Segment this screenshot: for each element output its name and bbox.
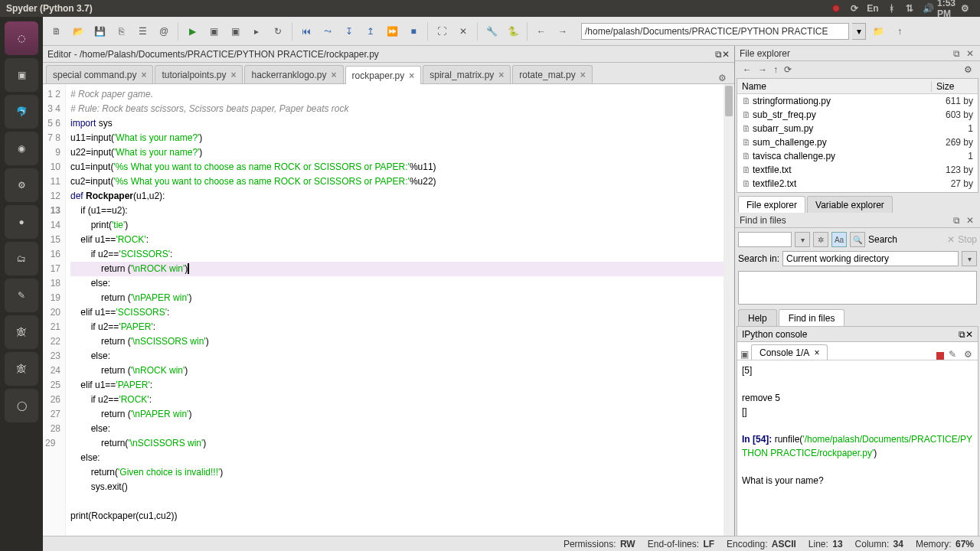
- tab-spiral-matrix[interactable]: spiral_matrix.py×: [423, 65, 511, 83]
- spyder-icon[interactable]: 🕸: [5, 315, 38, 349]
- tab-file-explorer[interactable]: File explorer: [738, 196, 805, 213]
- new-file-icon[interactable]: 🗎: [47, 22, 66, 41]
- code-text[interactable]: # Rock paper game. # Rule: Rock beats sc…: [66, 84, 734, 551]
- pane-undock-icon[interactable]: ⧉: [959, 329, 965, 340]
- nav-refresh-icon[interactable]: ⟳: [784, 64, 792, 75]
- close-icon[interactable]: ×: [814, 347, 819, 358]
- tab-help[interactable]: Help: [738, 309, 777, 326]
- console-clear-icon[interactable]: ✎: [949, 349, 959, 360]
- text-editor-icon[interactable]: ✎: [5, 279, 38, 312]
- list-icon[interactable]: ☰: [133, 22, 152, 41]
- search-dropdown-icon[interactable]: ▾: [795, 232, 810, 247]
- pane-close-icon[interactable]: ✕: [965, 215, 975, 226]
- console-new-tab-icon[interactable]: ▣: [740, 349, 751, 360]
- search-scope-dropdown-icon[interactable]: ▾: [962, 251, 977, 266]
- record-icon[interactable]: [829, 3, 843, 14]
- terminal-icon[interactable]: ▣: [5, 58, 38, 92]
- ubuntu-dash-icon[interactable]: ◌: [5, 21, 38, 55]
- run-icon[interactable]: ▶: [183, 22, 201, 41]
- system-settings-icon[interactable]: ⚙: [5, 168, 38, 202]
- run-cell-advance-icon[interactable]: ▣: [226, 22, 244, 41]
- tab-rotate-mat[interactable]: rotate_mat.py×: [512, 65, 592, 83]
- language-indicator[interactable]: En: [866, 3, 880, 14]
- file-row[interactable]: 🗎sum_challenge.py269 by: [737, 135, 978, 149]
- file-row[interactable]: 🗎tavisca challenge.py1: [737, 149, 978, 163]
- tab-variable-explorer[interactable]: Variable explorer: [807, 196, 893, 213]
- tab-find-in-files[interactable]: Find in files: [779, 309, 845, 326]
- at-icon[interactable]: @: [155, 22, 173, 41]
- debug-step-out-icon[interactable]: ↥: [361, 22, 380, 41]
- tabs-options-icon[interactable]: ⚙: [714, 73, 731, 83]
- rerun-icon[interactable]: ↻: [269, 22, 287, 41]
- search-magnify-icon[interactable]: 🔍: [850, 232, 865, 247]
- preferences-icon[interactable]: 🔧: [482, 22, 501, 41]
- maximize-icon[interactable]: ⛶: [433, 22, 451, 41]
- save-icon[interactable]: 💾: [90, 22, 109, 41]
- app-icon[interactable]: ◯: [5, 389, 38, 422]
- regex-icon[interactable]: ✲: [813, 232, 828, 247]
- nav-up-icon[interactable]: ↑: [773, 64, 778, 75]
- code-editor[interactable]: 1 2 3 4 5 6 7 8 9 10 11 12 13 14 15 16 1…: [43, 84, 734, 551]
- network-icon[interactable]: ⇅: [903, 3, 916, 14]
- close-icon[interactable]: ×: [580, 70, 586, 80]
- files-icon[interactable]: 🗂: [5, 242, 38, 276]
- nav-options-icon[interactable]: ⚙: [964, 64, 972, 75]
- debug-step-first-icon[interactable]: ⏮: [297, 22, 315, 41]
- pane-close-icon[interactable]: ✕: [722, 49, 730, 60]
- console-tab[interactable]: Console 1/A×: [751, 344, 828, 360]
- console-stop-icon[interactable]: [936, 352, 944, 360]
- debug-step-into-icon[interactable]: ↧: [340, 22, 358, 41]
- python-path-icon[interactable]: 🐍: [504, 22, 522, 41]
- tab-rockpaper[interactable]: rockpaper.py×: [345, 66, 422, 84]
- search-scope-select[interactable]: Current working directory: [782, 251, 959, 266]
- save-all-icon[interactable]: ⎘: [112, 22, 130, 41]
- close-icon[interactable]: ×: [332, 70, 337, 80]
- close-icon[interactable]: ×: [230, 70, 236, 80]
- nav-fwd-icon[interactable]: →: [758, 64, 767, 75]
- working-dir-dropdown-icon[interactable]: ▾: [852, 23, 866, 40]
- volume-icon[interactable]: 🔊: [921, 3, 935, 14]
- console-options-icon[interactable]: ⚙: [964, 349, 975, 360]
- case-sensitive-icon[interactable]: Aa: [831, 232, 847, 247]
- fullscreen-icon[interactable]: ✕: [454, 22, 472, 41]
- pane-undock-icon[interactable]: ⧉: [715, 49, 722, 60]
- pane-undock-icon[interactable]: ⧉: [951, 215, 962, 226]
- spyder-icon-2[interactable]: 🕸: [5, 352, 38, 386]
- file-row[interactable]: 🗎textfile.txt123 by: [737, 163, 978, 177]
- debug-stop-icon[interactable]: ■: [404, 22, 423, 41]
- close-icon[interactable]: ×: [409, 70, 414, 81]
- open-file-icon[interactable]: 📂: [69, 22, 87, 41]
- search-results[interactable]: [738, 271, 977, 305]
- nav-back-icon[interactable]: ←: [743, 64, 752, 75]
- bluetooth-icon[interactable]: ᚼ: [884, 3, 898, 14]
- dropbox-sync-icon[interactable]: ⟳: [848, 3, 861, 14]
- back-icon[interactable]: ←: [532, 22, 550, 41]
- run-selection-icon[interactable]: ▸: [247, 22, 266, 41]
- camera-icon[interactable]: ●: [5, 205, 38, 239]
- close-icon[interactable]: ×: [498, 70, 504, 80]
- file-row[interactable]: 🗎textfile2.txt27 by: [737, 177, 978, 191]
- debug-step-icon[interactable]: ⤳: [318, 22, 337, 41]
- debug-continue-icon[interactable]: ⏩: [383, 22, 401, 41]
- search-input[interactable]: [738, 232, 792, 247]
- file-list[interactable]: Name Size 🗎stringformationg.py611 by 🗎su…: [737, 78, 978, 193]
- tab-tutorialpoints[interactable]: tutorialpoints.py×: [155, 65, 243, 83]
- mysql-dolphin-icon[interactable]: 🐬: [5, 95, 38, 129]
- settings-gear-icon[interactable]: ⚙: [958, 3, 972, 14]
- clock[interactable]: 1:53 PM: [939, 3, 953, 14]
- forward-icon[interactable]: →: [554, 22, 572, 41]
- file-row[interactable]: 🗎stringformationg.py611 by: [737, 94, 978, 108]
- pane-close-icon[interactable]: ✕: [965, 48, 975, 59]
- tab-hackerranklogo[interactable]: hackerranklogo.py×: [244, 65, 343, 83]
- chrome-icon[interactable]: ◉: [5, 132, 38, 165]
- pane-close-icon[interactable]: ✕: [965, 329, 973, 340]
- browse-dir-icon[interactable]: 📁: [869, 22, 887, 41]
- file-row[interactable]: 🗎sub_str_freq.py603 by: [737, 108, 978, 122]
- console-output[interactable]: [5] remove 5 [] In [54]: runfile('/home/…: [737, 360, 978, 549]
- close-icon[interactable]: ×: [141, 70, 146, 80]
- file-row[interactable]: 🗎subarr_sum.py1: [737, 122, 978, 135]
- pane-undock-icon[interactable]: ⧉: [951, 48, 962, 59]
- tab-special-command[interactable]: special command.py×: [46, 65, 153, 83]
- run-cell-icon[interactable]: ▣: [204, 22, 223, 41]
- parent-dir-icon[interactable]: ↑: [890, 22, 909, 41]
